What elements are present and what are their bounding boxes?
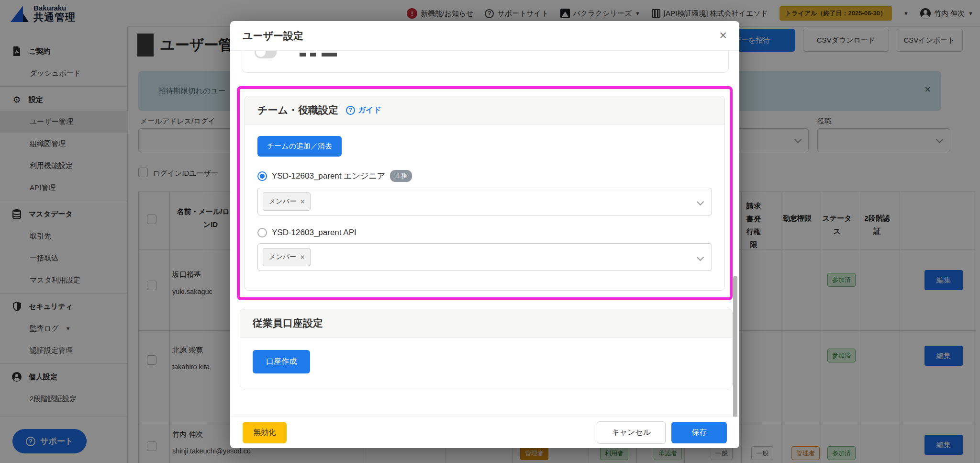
employee-account-header: 従業員口座設定 bbox=[240, 309, 732, 338]
employee-account-title: 従業員口座設定 bbox=[253, 316, 323, 330]
team-role-card-header: チーム・役職設定 ? ガイド bbox=[245, 96, 724, 124]
modal-scrollbar-thumb[interactable] bbox=[733, 276, 737, 417]
radio-unselected[interactable] bbox=[257, 228, 267, 237]
add-remove-team-label: チームの追加／消去 bbox=[267, 142, 332, 151]
modal-header: ユーザー設定 × bbox=[230, 21, 739, 51]
role-tag-label: メンバー bbox=[269, 197, 296, 206]
toggle-switch[interactable] bbox=[255, 51, 277, 58]
team-role-card-body: チームの追加／消去 YSD-12603_parent エンジニア 主務 メンバー… bbox=[245, 124, 724, 290]
chevron-down-icon bbox=[697, 198, 704, 206]
app-root: Bakuraku 共通管理 ! 新機能/お知らせ ? サポートサイト バクラクシ… bbox=[0, 0, 980, 463]
team-role-title: チーム・役職設定 bbox=[257, 103, 338, 117]
create-account-button[interactable]: 口座作成 bbox=[253, 350, 310, 373]
close-icon[interactable]: × bbox=[719, 29, 727, 42]
role-tag: メンバー × bbox=[263, 248, 311, 266]
team-radio-row: YSD-12603_parent API bbox=[257, 228, 712, 237]
clipped-label-fragment bbox=[300, 53, 340, 56]
team-name: YSD-12603_parent エンジニア bbox=[272, 170, 385, 181]
employee-account-body: 口座作成 bbox=[240, 338, 732, 388]
role-tag-label: メンバー bbox=[269, 253, 296, 261]
team-role-card: チーム・役職設定 ? ガイド チームの追加／消去 YSD-12603_paren… bbox=[245, 96, 725, 291]
user-settings-modal: ユーザー設定 × チーム・役職設定 ? ガイド bbox=[230, 21, 739, 448]
role-multiselect[interactable]: メンバー × bbox=[257, 188, 712, 215]
guide-link[interactable]: ? ガイド bbox=[346, 105, 381, 115]
question-circle-icon: ? bbox=[346, 106, 355, 115]
remove-tag-icon[interactable]: × bbox=[301, 198, 304, 205]
save-button[interactable]: 保存 bbox=[671, 422, 727, 443]
team-name: YSD-12603_parent API bbox=[272, 228, 356, 237]
cancel-button[interactable]: キャンセル bbox=[597, 421, 666, 444]
create-account-label: 口座作成 bbox=[266, 357, 297, 367]
team-role-highlight-box: チーム・役職設定 ? ガイド チームの追加／消去 YSD-12603_paren… bbox=[237, 86, 733, 300]
modal-title: ユーザー設定 bbox=[243, 29, 303, 43]
modal-footer: 無効化 キャンセル 保存 bbox=[230, 417, 739, 448]
remove-tag-icon[interactable]: × bbox=[301, 253, 304, 261]
primary-duty-badge: 主務 bbox=[390, 170, 412, 182]
role-multiselect[interactable]: メンバー × bbox=[257, 243, 712, 271]
chevron-down-icon bbox=[697, 254, 704, 261]
modal-body: チーム・役職設定 ? ガイド チームの追加／消去 YSD-12603_paren… bbox=[230, 51, 739, 417]
clipped-settings-card bbox=[242, 51, 729, 73]
disable-button[interactable]: 無効化 bbox=[243, 422, 287, 443]
team-radio-row: YSD-12603_parent エンジニア 主務 bbox=[257, 170, 712, 182]
employee-account-card: 従業員口座設定 口座作成 bbox=[240, 309, 733, 388]
radio-selected[interactable] bbox=[257, 171, 267, 181]
role-tag: メンバー × bbox=[263, 192, 311, 211]
guide-label: ガイド bbox=[358, 105, 381, 115]
add-remove-team-button[interactable]: チームの追加／消去 bbox=[257, 136, 342, 157]
